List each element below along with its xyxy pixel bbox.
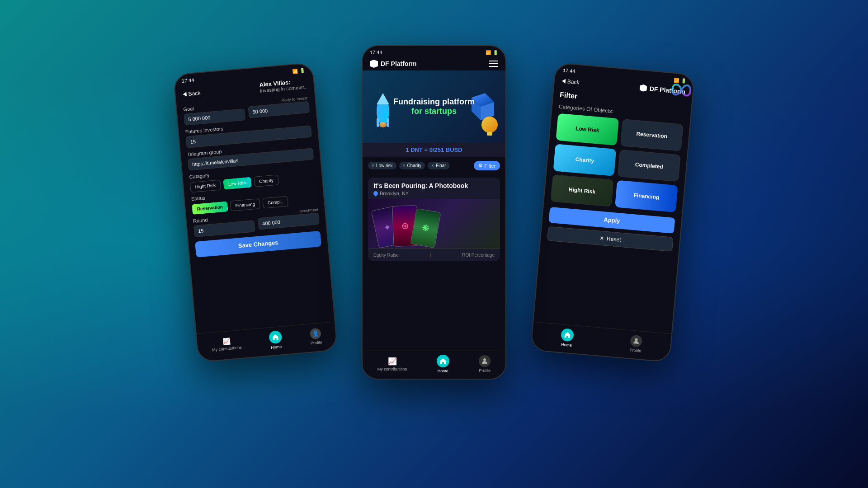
profile-icon-center <box>479 355 491 367</box>
completed-btn[interactable]: Compl.. <box>262 196 288 209</box>
home-icon-left <box>269 330 282 344</box>
logo-icon-center <box>370 60 378 68</box>
status-icons-left: 📶 🔋 <box>292 68 306 74</box>
logo-icon-right <box>639 84 647 92</box>
filter-charity[interactable]: Charity <box>553 144 617 176</box>
right-phone: 17:44 📶 🔋 Back DF Platform <box>530 62 695 363</box>
charity-btn[interactable]: Charity <box>254 174 278 187</box>
goal-col: Goal <box>183 101 245 126</box>
nav-profile-left[interactable]: 👤 Profile <box>309 328 322 345</box>
tag-finar[interactable]: × Finar <box>428 162 450 169</box>
divider <box>430 253 431 258</box>
svg-point-11 <box>635 338 638 341</box>
low-risk-btn[interactable]: Low Risk <box>223 177 252 190</box>
hero-banner-center: Fundraising platform for startups <box>363 70 505 143</box>
token-bar: 1 DNT = 0/251 BUSD <box>363 143 505 157</box>
logo-center: DF Platform <box>370 60 416 68</box>
filter-section-right: Filter Categories Of Objects: Low Risk R… <box>533 87 692 334</box>
svg-rect-3 <box>387 118 389 127</box>
category-grid: Low Risk Reservation Charity Completed H… <box>551 113 684 212</box>
location-pin-icon <box>373 190 379 197</box>
card-header: It's Been Pouring: A Photobook Brooklyn,… <box>368 178 500 199</box>
round-col: Raund <box>193 213 255 237</box>
back-arrow-left <box>183 92 187 97</box>
card-image: ✦ ⊛ ❋ <box>368 199 500 249</box>
nav-contributions-center[interactable]: 📈 My contributions <box>377 357 407 371</box>
hero-text: Fundraising platform for startups <box>393 97 475 117</box>
bottom-nav-center: 📈 My contributions Home <box>363 351 505 379</box>
nav-home-left[interactable]: Home <box>269 330 283 350</box>
nav-profile-center[interactable]: Profile <box>479 355 491 373</box>
time-left: 17:44 <box>182 77 194 84</box>
profile-icon-right <box>630 335 642 347</box>
top-nav-center: DF Platform <box>363 57 505 70</box>
svg-point-10 <box>483 358 486 361</box>
time-right: 17:44 <box>562 67 575 74</box>
reservation-btn[interactable]: Reservation <box>192 201 228 215</box>
tag-charity[interactable]: × Charity <box>399 162 425 169</box>
filter-low-risk[interactable]: Low Risk <box>556 113 619 146</box>
time-center: 17:44 <box>370 50 382 55</box>
ready-invest-col: Rady to Invest: <box>247 96 310 118</box>
center-phone: 17:44 📶 🔋 DF Platform <box>362 45 506 380</box>
filter-tags-bar: × Low risk × Charity × Finar ⚙ Filter <box>363 157 505 174</box>
user-info-left: Alex Villas: Investing in commer.. <box>259 77 307 94</box>
filter-reservation[interactable]: Reservation <box>620 119 684 151</box>
filter-completed[interactable]: Completed <box>618 150 681 182</box>
profile-icon-left: 👤 <box>310 328 321 339</box>
card-location: Brooklyn, NY <box>373 191 495 196</box>
menu-button-center[interactable] <box>489 61 498 67</box>
project-card[interactable]: It's Been Pouring: A Photobook Brooklyn,… <box>368 178 500 261</box>
back-button-left[interactable]: Back <box>183 89 201 97</box>
card-footer: Equity Raise ROI Percentage <box>368 249 500 261</box>
nav-contributions-left[interactable]: 📈 My contributions <box>211 337 242 352</box>
hight-risk-btn[interactable]: Hight Risk <box>190 180 221 193</box>
svg-point-4 <box>379 122 387 127</box>
nav-home-center[interactable]: Home <box>437 355 449 373</box>
svg-rect-2 <box>377 118 379 127</box>
left-phone: 17:44 📶 🔋 Back Alex Villas: Investing in… <box>173 62 338 363</box>
nav-profile-right[interactable]: Profile <box>629 335 642 353</box>
nav-home-right[interactable]: Home <box>560 328 574 347</box>
back-button-right[interactable]: Back <box>561 78 580 85</box>
back-arrow-right <box>561 79 566 84</box>
home-icon-right <box>561 328 574 342</box>
infinity-decoration <box>662 75 694 107</box>
status-bar-center: 17:44 📶 🔋 <box>363 46 505 57</box>
svg-marker-1 <box>377 93 389 104</box>
investment-col: Investment <box>257 207 320 230</box>
filter-hight-risk[interactable]: Hight Risk <box>551 174 614 207</box>
tag-low-risk[interactable]: × Low risk <box>368 162 396 169</box>
svg-rect-9 <box>487 132 492 136</box>
home-icon-center <box>437 355 449 367</box>
filter-button[interactable]: ⚙ Filter <box>474 161 500 170</box>
tarot-cards: ✦ ⊛ ❋ <box>375 206 438 246</box>
form-section-left: Goal Rady to Invest: Futures investors T… <box>176 92 334 334</box>
contributions-icon-center: 📈 <box>388 357 397 366</box>
status-icons-center: 📶 🔋 <box>486 50 498 55</box>
financing-status-btn[interactable]: Financing <box>230 198 260 211</box>
svg-point-8 <box>481 117 498 133</box>
filter-financing[interactable]: Financing <box>615 180 678 213</box>
